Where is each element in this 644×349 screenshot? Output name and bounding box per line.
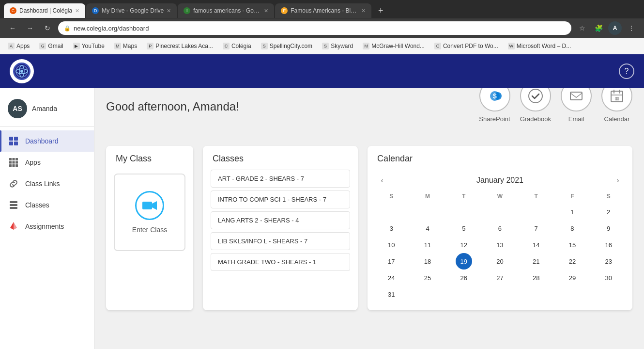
bookmark-pinecrest-lakes-aca...[interactable]: PPinecrest Lakes Aca... (145, 42, 215, 50)
calendar-next-button[interactable]: › (611, 174, 625, 187)
calendar-day-9[interactable]: 9 (600, 220, 617, 237)
calendar-card: Calendar ‹ January 2021 › SMTWTFS 123456… (368, 146, 632, 310)
menu-button[interactable]: ⋮ (625, 21, 638, 35)
calendar-day-21[interactable]: 21 (528, 253, 544, 270)
new-tab-button[interactable]: + (374, 4, 387, 17)
class-item-1[interactable]: INTRO TO COMP SCI 1 - SHEARS - 7 (211, 190, 350, 208)
calendar-day-10[interactable]: 10 (383, 237, 399, 253)
calendar-day-22[interactable]: 22 (564, 253, 581, 270)
bookmark-convert-pdf-to-wo...[interactable]: CConvert PDF to Wo... (432, 42, 500, 50)
my-class-card: My Class Enter Class (106, 146, 193, 310)
sidebar-item-class-links[interactable]: Class Links (0, 173, 94, 194)
classes-title: Classes (203, 146, 358, 170)
browser-tab-tab1[interactable]: C Dashboard | Colégia ✕ (4, 3, 85, 18)
bookmark-youtube[interactable]: ▶YouTube (71, 42, 107, 50)
back-button[interactable]: ← (6, 21, 19, 35)
calendar-day-27[interactable]: 27 (491, 270, 508, 286)
calendar-day-14[interactable]: 14 (528, 237, 544, 253)
help-button[interactable]: ? (619, 63, 634, 79)
quick-action-sharepoint[interactable]: $ SharePoint (479, 88, 510, 123)
lock-icon: 🔒 (64, 25, 71, 32)
browser-chrome: C Dashboard | Colégia ✕ D My Drive - Goo… (0, 0, 644, 54)
quick-action-email[interactable]: Email (561, 88, 592, 123)
bookmark-favicon: G (39, 43, 46, 49)
calendar-day-1[interactable]: 1 (564, 204, 581, 220)
calendar-day-empty (528, 204, 544, 220)
reload-button[interactable]: ↻ (41, 21, 54, 35)
calendar-day-header-6: S (590, 191, 627, 202)
svg-rect-28 (570, 92, 582, 100)
browser-tab-tab2[interactable]: D My Drive - Google Drive ✕ (86, 3, 177, 18)
sidebar-item-assignments[interactable]: Assignments (0, 216, 94, 237)
calendar-day-20[interactable]: 20 (491, 253, 508, 270)
browser-tab-tab4[interactable]: F Famous Americans - Biography C... ✕ (275, 3, 371, 18)
calendar-day-today[interactable]: 19 (456, 253, 472, 270)
sidebar-item-classes[interactable]: Classes (0, 194, 94, 216)
quick-action-calendar[interactable]: ▦ Calendar (601, 88, 632, 123)
calendar-day-13[interactable]: 13 (491, 237, 508, 253)
calendar-grid: SMTWTFS 12345678910111213141516171819202… (368, 191, 632, 310)
class-item-2[interactable]: LANG ARTS 2 - SHEARS - 4 (211, 211, 350, 229)
bookmark-label: Microsoft Word – D... (517, 43, 571, 49)
calendar-day-25[interactable]: 25 (419, 270, 436, 286)
email-label: Email (568, 115, 584, 123)
calendar-day-28[interactable]: 28 (528, 270, 544, 286)
class-item-0[interactable]: ART - GRADE 2 - SHEARS - 7 (211, 170, 350, 188)
calendar-day-23[interactable]: 23 (600, 253, 617, 270)
calendar-day-2[interactable]: 2 (600, 204, 617, 220)
bookmark-gmail[interactable]: GGmail (37, 42, 65, 50)
calendar-day-30[interactable]: 30 (600, 270, 617, 286)
svg-rect-16 (15, 164, 18, 167)
bookmark-star-button[interactable]: ☆ (575, 21, 589, 35)
calendar-day-26[interactable]: 26 (456, 270, 472, 286)
app-logo (10, 59, 34, 83)
calendar-day-29[interactable]: 29 (564, 270, 581, 286)
calendar-day-3[interactable]: 3 (383, 220, 399, 237)
svg-rect-6 (9, 137, 13, 141)
calendar-day-header-0: S (373, 191, 410, 202)
calendar-header: ‹ January 2021 › (368, 170, 632, 191)
class-item-3[interactable]: LIB SKLS/INFO L - SHEARS - 7 (211, 232, 350, 250)
address-bar[interactable]: 🔒 new.colegia.org/dashboard (58, 21, 571, 35)
calendar-day-17[interactable]: 17 (383, 253, 399, 270)
bookmark-spellingcity.com[interactable]: SSpellingCity.com (259, 42, 314, 50)
calendar-day-24[interactable]: 24 (383, 270, 399, 286)
tab-close-button[interactable]: ✕ (75, 8, 79, 14)
tab-favicon: F (281, 7, 288, 14)
quick-action-gradebook[interactable]: Gradebook (520, 88, 551, 123)
calendar-day-header-3: W (482, 191, 518, 202)
calendar-day-5[interactable]: 5 (456, 220, 472, 237)
calendar-day-4[interactable]: 4 (419, 220, 436, 237)
tab-title: Famous Americans - Biography C... (291, 7, 358, 14)
calendar-day-31[interactable]: 31 (383, 286, 399, 302)
forward-button[interactable]: → (23, 21, 37, 35)
calendar-day-6[interactable]: 6 (491, 220, 508, 237)
tab-close-button[interactable]: ✕ (264, 8, 268, 14)
class-item-4[interactable]: MATH GRADE TWO - SHEARS - 1 (211, 253, 350, 271)
bookmark-maps[interactable]: MMaps (112, 42, 139, 50)
profile-button[interactable]: A (608, 21, 622, 35)
calendar-day-header-2: T (445, 191, 482, 202)
sidebar-item-dashboard[interactable]: Dashboard (0, 130, 94, 152)
calendar-day-8[interactable]: 8 (564, 220, 581, 237)
tab-title: famous americans - Google Sea... (193, 7, 261, 14)
bookmark-apps[interactable]: AApps (6, 42, 31, 50)
calendar-day-11[interactable]: 11 (419, 237, 436, 253)
calendar-day-7[interactable]: 7 (528, 220, 544, 237)
calendar-day-18[interactable]: 18 (419, 253, 436, 270)
tab-close-button[interactable]: ✕ (167, 8, 171, 14)
bookmark-mcgraw-hill-wond...[interactable]: MMcGraw-Hill Wond... (361, 42, 427, 50)
bookmark-colégia[interactable]: CColégia (221, 42, 253, 50)
calendar-day-12[interactable]: 12 (456, 237, 472, 253)
bookmark-favicon: S (261, 43, 268, 49)
calendar-day-16[interactable]: 16 (600, 237, 617, 253)
calendar-day-15[interactable]: 15 (564, 237, 581, 253)
sidebar-item-apps[interactable]: Apps (0, 152, 94, 173)
bookmark-skyward[interactable]: SSkyward (320, 42, 355, 50)
browser-tab-tab3[interactable]: f famous americans - Google Sea... ✕ (178, 3, 274, 18)
extension-button[interactable]: 🧩 (592, 21, 605, 35)
bookmark-microsoft-word-–-d...[interactable]: WMicrosoft Word – D... (506, 42, 573, 50)
tab-close-button[interactable]: ✕ (361, 8, 366, 14)
calendar-prev-button[interactable]: ‹ (375, 174, 389, 187)
enter-class-button[interactable]: Enter Class (114, 174, 185, 251)
